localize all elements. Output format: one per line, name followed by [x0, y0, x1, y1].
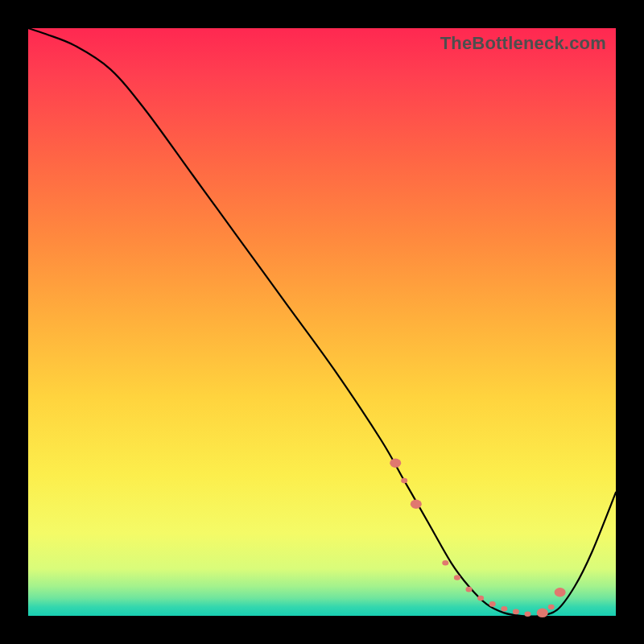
curve-marker: [555, 588, 566, 597]
curve-marker: [477, 596, 484, 601]
curve-marker: [537, 609, 548, 617]
curve-marker: [548, 605, 555, 610]
curve-marker: [411, 500, 422, 509]
chart-frame: TheBottleneck.com: [28, 28, 616, 616]
curve-marker: [401, 478, 407, 484]
chart-svg: [28, 28, 616, 616]
curve-marker: [466, 587, 473, 592]
curve-marker: [501, 606, 507, 612]
curve-marker: [442, 560, 448, 566]
curve-marker: [454, 575, 460, 580]
curve-marker: [525, 612, 531, 617]
curve-markers: [390, 458, 565, 617]
curve-marker: [489, 601, 496, 607]
curve-marker: [390, 458, 401, 467]
curve-marker: [513, 609, 519, 615]
bottleneck-curve: [28, 28, 616, 617]
